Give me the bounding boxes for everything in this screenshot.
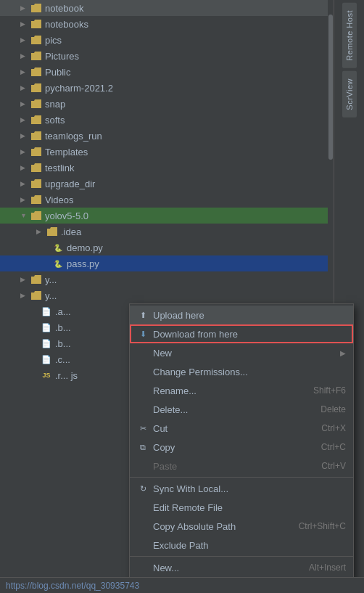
ctx-item-text: Upload here bbox=[153, 310, 204, 321]
delete-icon bbox=[137, 404, 149, 415]
tree-item-idea[interactable]: ▶ .idea bbox=[0, 224, 334, 240]
copy-icon: ⧉ bbox=[137, 441, 149, 453]
tree-item-notebooks[interactable]: ▶ notebooks bbox=[0, 16, 334, 32]
upload-icon: ⬆ bbox=[137, 309, 149, 321]
ctx-sync[interactable]: ↻ Sync With Local... bbox=[130, 479, 353, 498]
python-file-icon: 🐍 bbox=[52, 258, 64, 269]
folder-icon bbox=[30, 210, 42, 221]
scrview-tab[interactable]: ScrView bbox=[342, 71, 357, 118]
menu-separator bbox=[130, 477, 353, 478]
ctx-new[interactable]: New ▶ bbox=[130, 343, 353, 362]
tree-item-label: y... bbox=[45, 274, 57, 285]
tree-item-label: Videos bbox=[45, 195, 74, 205]
tree-item-demo-py[interactable]: ▶ 🐍 demo.py bbox=[0, 240, 334, 255]
tree-item-label: y... bbox=[45, 290, 57, 301]
shortcut-text: Ctrl+V bbox=[321, 461, 346, 471]
folder-icon bbox=[30, 19, 42, 29]
tree-item-label: pycharm-2021.2 bbox=[45, 83, 113, 94]
ctx-paste[interactable]: Paste Ctrl+V bbox=[130, 457, 353, 475]
shortcut-text: Alt+Insert bbox=[309, 563, 346, 573]
tree-item-label: demo.py bbox=[67, 242, 103, 253]
tree-item-videos[interactable]: ▶ Videos bbox=[0, 192, 334, 208]
collapse-arrow: ▶ bbox=[20, 52, 30, 60]
permissions-icon bbox=[137, 366, 149, 377]
ctx-item-text: Exclude Path bbox=[153, 540, 209, 551]
new-icon bbox=[137, 347, 149, 359]
tree-item-testlink[interactable]: ▶ testlink bbox=[0, 160, 334, 176]
paste-icon bbox=[137, 460, 149, 472]
collapse-arrow: ▶ bbox=[20, 196, 30, 203]
python-file-icon: 🐍 bbox=[52, 242, 64, 253]
ctx-copy[interactable]: ⧉ Copy Ctrl+C bbox=[130, 438, 353, 457]
cut-icon: ✂ bbox=[137, 422, 149, 434]
shortcut-text: Delete bbox=[320, 404, 346, 414]
tree-item-label: .c... bbox=[55, 354, 70, 365]
ctx-item-text: Download from here bbox=[153, 329, 238, 340]
tree-item-label: yolov5-5.0 bbox=[45, 210, 88, 221]
context-menu: ⬆ Upload here ⬇ Download from here New ▶… bbox=[129, 303, 354, 579]
expand-arrow: ▼ bbox=[20, 212, 30, 219]
tree-item-label: upgrade_dir bbox=[45, 179, 95, 189]
file-icon: 📄 bbox=[41, 306, 52, 316]
tree-item-pass-py[interactable]: ▶ 🐍 pass.py bbox=[0, 255, 334, 271]
tree-item-yolov5[interactable]: ▼ yolov5-5.0 bbox=[0, 208, 334, 224]
edit-icon bbox=[137, 502, 149, 513]
ctx-item-text: New... bbox=[153, 563, 179, 573]
folder-icon bbox=[30, 290, 42, 300]
ctx-upload-here[interactable]: ⬆ Upload here bbox=[130, 306, 353, 324]
ctx-delete[interactable]: Delete... Delete bbox=[130, 400, 353, 419]
ctx-item-text: Change Permissions... bbox=[153, 367, 248, 377]
ctx-exclude-path[interactable]: Exclude Path bbox=[130, 536, 353, 555]
tree-item-pictures[interactable]: ▶ Pictures bbox=[0, 48, 334, 64]
submenu-arrow-icon: ▶ bbox=[340, 349, 346, 357]
ctx-edit-remote[interactable]: Edit Remote File bbox=[130, 498, 353, 517]
tree-item-notebook[interactable]: ▶ notebook bbox=[0, 0, 334, 16]
folder-icon bbox=[46, 226, 58, 237]
shortcut-text: Shift+F6 bbox=[313, 385, 346, 396]
tree-item-public[interactable]: ▶ Public bbox=[0, 64, 334, 80]
sync-icon: ↻ bbox=[137, 483, 149, 494]
collapse-arrow: ▶ bbox=[20, 180, 30, 187]
collapse-arrow: ▶ bbox=[20, 132, 30, 139]
ctx-rename[interactable]: Rename... Shift+F6 bbox=[130, 381, 353, 400]
tree-item-label: notebook bbox=[45, 3, 84, 14]
collapse-arrow: ▶ bbox=[20, 292, 30, 299]
ctx-cut[interactable]: ✂ Cut Ctrl+X bbox=[130, 419, 353, 438]
tree-item-label: Templates bbox=[45, 147, 88, 158]
ctx-download-from-here[interactable]: ⬇ Download from here bbox=[130, 324, 353, 343]
collapse-arrow: ▶ bbox=[20, 148, 30, 155]
tree-item-label: notebooks bbox=[45, 19, 88, 30]
ctx-item-text: Paste bbox=[153, 461, 177, 472]
shortcut-text: Ctrl+C bbox=[321, 442, 346, 452]
tree-item-upgrade[interactable]: ▶ upgrade_dir bbox=[0, 176, 334, 192]
tree-item-pycharm[interactable]: ▶ pycharm-2021.2 bbox=[0, 80, 334, 96]
tree-item-snap[interactable]: ▶ snap bbox=[0, 96, 334, 112]
ctx-new-file[interactable]: New... Alt+Insert bbox=[130, 558, 353, 577]
file-icon: 📄 bbox=[41, 338, 52, 348]
url-text: https://blog.csdn.net/qq_30935743 bbox=[6, 581, 139, 591]
folder-icon bbox=[30, 35, 42, 45]
tree-item-y2[interactable]: ▶ y... bbox=[0, 287, 334, 303]
tree-item-label: .b... bbox=[55, 338, 71, 349]
scrollbar-thumb[interactable] bbox=[328, 15, 333, 160]
file-icon: 📄 bbox=[41, 354, 52, 364]
ctx-copy-path[interactable]: Copy Absolute Path Ctrl+Shift+C bbox=[130, 517, 353, 536]
shortcut-text: Ctrl+X bbox=[321, 423, 346, 433]
ctx-item-text: Copy bbox=[153, 442, 175, 453]
folder-icon bbox=[30, 274, 42, 285]
folder-icon bbox=[30, 131, 42, 141]
tree-item-pics[interactable]: ▶ pics bbox=[0, 32, 334, 48]
tree-item-templates[interactable]: ▶ Templates bbox=[0, 144, 334, 160]
tree-item-teamlogs[interactable]: ▶ teamlogs_run bbox=[0, 128, 334, 144]
remote-host-tab[interactable]: Remote Host bbox=[342, 3, 357, 68]
collapse-arrow: ▶ bbox=[20, 84, 30, 91]
ctx-item-text: Rename... bbox=[153, 385, 197, 396]
tree-item-label: .idea bbox=[61, 226, 81, 237]
tree-item-label: softs bbox=[45, 115, 65, 126]
path-icon bbox=[137, 520, 149, 532]
tree-item-label: testlink bbox=[45, 163, 74, 173]
tree-item-softs[interactable]: ▶ softs bbox=[0, 112, 334, 128]
ctx-change-permissions[interactable]: Change Permissions... bbox=[130, 362, 353, 381]
tree-item-y1[interactable]: ▶ y... bbox=[0, 271, 334, 287]
tree-item-label: Pictures bbox=[45, 51, 79, 62]
